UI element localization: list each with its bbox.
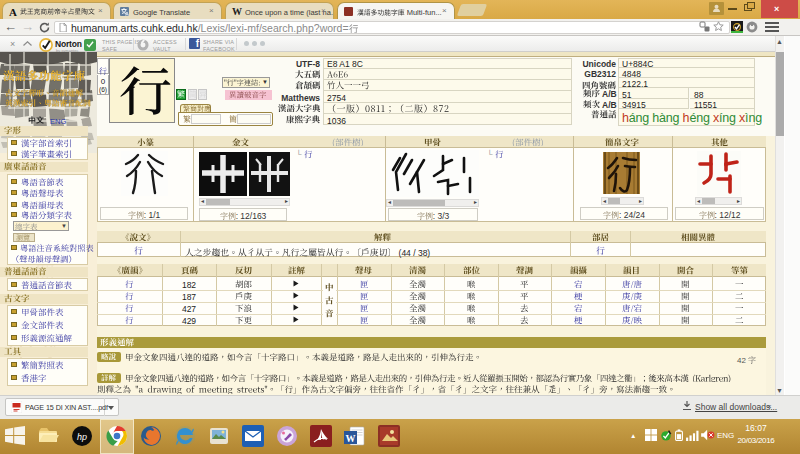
svg-text:W: W xyxy=(346,433,356,444)
svg-text:hp: hp xyxy=(77,432,87,442)
